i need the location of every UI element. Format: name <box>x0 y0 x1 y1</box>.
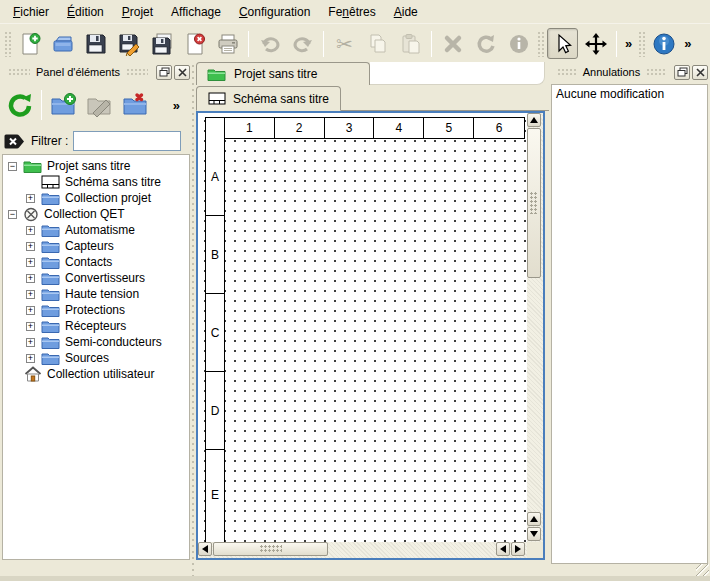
delete-button[interactable] <box>437 28 468 59</box>
element-info-button[interactable] <box>503 28 534 59</box>
expand-expander[interactable]: + <box>26 194 35 203</box>
toolbar-drag-handle[interactable] <box>537 31 544 57</box>
tree-item-collection-utilisateur[interactable]: Collection utilisateur <box>3 366 189 382</box>
close-panel-button[interactable] <box>692 65 708 80</box>
move-mode-button[interactable] <box>580 28 611 59</box>
undo-list-item[interactable]: Aucune modification <box>552 85 707 103</box>
edit-category-button[interactable] <box>81 87 117 123</box>
close-file-button[interactable] <box>179 28 210 59</box>
menu-projet[interactable]: Projet <box>113 2 162 22</box>
expand-expander[interactable]: + <box>26 274 35 283</box>
tree-item-automatisme[interactable]: + Automatisme <box>3 222 189 238</box>
about-info-button[interactable] <box>648 28 679 59</box>
window-bottom-edge <box>0 576 710 581</box>
row-header: B <box>206 216 224 294</box>
menu-aide[interactable]: Aide <box>385 2 427 22</box>
menu-fenetres[interactable]: Fenêtres <box>319 2 384 22</box>
tree-item-haute-tension[interactable]: + Haute tension <box>3 286 189 302</box>
tree-item-contacts[interactable]: + Contacts <box>3 254 189 270</box>
expand-expander[interactable]: + <box>26 338 35 347</box>
redo-button[interactable] <box>287 28 318 59</box>
scroll-up-button-2[interactable] <box>527 512 541 526</box>
expand-expander[interactable]: + <box>26 354 35 363</box>
tree-item-convertisseurs[interactable]: + Convertisseurs <box>3 270 189 286</box>
save-as-icon <box>117 32 141 56</box>
expand-expander[interactable]: + <box>26 290 35 299</box>
tree-item-capteurs[interactable]: + Capteurs <box>3 238 189 254</box>
down-arrow-icon <box>530 531 538 537</box>
copy-button[interactable] <box>362 28 393 59</box>
scroll-left-button[interactable] <box>198 542 212 556</box>
tree-item-collection-qet[interactable]: − Collection QET <box>3 206 189 222</box>
open-project-button[interactable] <box>47 28 78 59</box>
menu-fichier[interactable]: Fichier <box>4 2 58 22</box>
scroll-down-button[interactable] <box>527 527 541 541</box>
scroll-left-button-2[interactable] <box>496 542 510 556</box>
paste-button[interactable] <box>395 28 426 59</box>
scroll-up-button[interactable] <box>527 113 541 127</box>
menu-affichage[interactable]: Affichage <box>162 2 230 22</box>
horizontal-scroll-thumb[interactable] <box>213 542 328 556</box>
up-arrow-icon <box>530 117 538 123</box>
menu-edition[interactable]: Édition <box>58 2 113 22</box>
collapse-expander[interactable]: − <box>8 210 17 219</box>
folder-blue-icon <box>41 255 60 269</box>
undo-panel-titlebar[interactable]: Annulations <box>551 62 708 82</box>
float-panel-button[interactable] <box>156 65 172 80</box>
new-project-button[interactable] <box>14 28 45 59</box>
collapse-expander[interactable]: − <box>8 162 17 171</box>
info-gray-icon <box>507 32 531 56</box>
project-folder-icon <box>207 67 226 81</box>
toolbar-overflow-button[interactable]: » <box>621 36 636 51</box>
save-as-button[interactable] <box>113 28 144 59</box>
expand-expander[interactable]: + <box>26 226 35 235</box>
expand-expander[interactable]: + <box>26 322 35 331</box>
cut-button[interactable]: ✂ <box>329 28 360 59</box>
clear-filter-icon[interactable] <box>4 133 26 150</box>
scroll-right-button[interactable] <box>511 542 525 556</box>
tree-item-semi-conducteurs[interactable]: + Semi-conducteurs <box>3 334 189 350</box>
select-mode-button[interactable] <box>547 28 578 59</box>
expand-expander[interactable]: + <box>26 306 35 315</box>
print-button[interactable] <box>212 28 243 59</box>
tree-item-protections[interactable]: + Protections <box>3 302 189 318</box>
delete-category-button[interactable] <box>117 87 153 123</box>
toolbar-overflow-button[interactable]: » <box>680 36 695 51</box>
tree-item-sources[interactable]: + Sources <box>3 350 189 366</box>
vertical-scrollbar[interactable] <box>527 113 543 542</box>
qet-application-window: { "menu": { "items": [ { "pre": "", "key… <box>0 0 710 581</box>
tree-item-collection-projet[interactable]: + Collection projet <box>3 190 189 206</box>
tree-item-recepteurs[interactable]: + Récepteurs <box>3 318 189 334</box>
schematic-canvas[interactable]: 1 2 3 4 5 6 A B C D E <box>198 113 527 542</box>
float-panel-button[interactable] <box>674 65 690 80</box>
save-button[interactable] <box>80 28 111 59</box>
rotate-button[interactable] <box>470 28 501 59</box>
close-panel-button[interactable] <box>174 65 190 80</box>
tab-schema-sans-titre[interactable]: Schéma sans titre <box>196 86 341 111</box>
filter-label: Filtrer : <box>31 134 68 148</box>
elements-panel-titlebar[interactable]: Panel d'éléments <box>2 62 190 82</box>
filter-input[interactable] <box>73 131 181 151</box>
panel-toolbar-overflow-button[interactable]: » <box>169 98 184 113</box>
expand-expander[interactable]: + <box>26 242 35 251</box>
toolbar-drag-handle[interactable] <box>4 31 11 57</box>
scissors-icon: ✂ <box>336 32 353 56</box>
toolbar-drag-handle[interactable] <box>638 31 645 57</box>
tab-projet-sans-titre[interactable]: Projet sans titre <box>196 62 370 85</box>
toolbar-separator <box>323 31 324 57</box>
vertical-scroll-thumb[interactable] <box>527 128 541 278</box>
tree-item-projet-sans-titre[interactable]: − Projet sans titre <box>3 158 189 174</box>
undo-button[interactable] <box>254 28 285 59</box>
schema-tab-label: Schéma sans titre <box>233 92 329 106</box>
paste-icon <box>399 32 423 56</box>
save-all-icon <box>150 32 174 56</box>
expand-expander[interactable]: + <box>26 258 35 267</box>
menu-bar: Fichier Édition Projet Affichage Configu… <box>0 0 710 24</box>
menu-configuration[interactable]: Configuration <box>230 2 319 22</box>
tree-item-schema-sans-titre[interactable]: Schéma sans titre <box>3 174 189 190</box>
save-all-button[interactable] <box>146 28 177 59</box>
folder-blue-icon <box>41 287 60 301</box>
horizontal-scrollbar[interactable] <box>198 542 527 558</box>
reload-collections-button[interactable] <box>2 87 38 123</box>
new-category-button[interactable] <box>45 87 81 123</box>
